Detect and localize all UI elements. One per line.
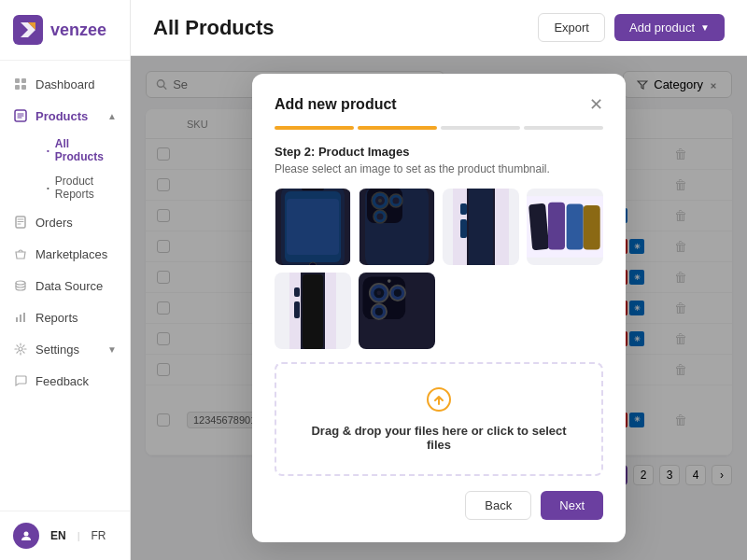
sidebar-item-settings[interactable]: Settings ▼ bbox=[0, 333, 130, 365]
progress-segment-4 bbox=[524, 126, 603, 130]
svg-rect-46 bbox=[303, 274, 323, 349]
modal-footer: Back Next bbox=[275, 491, 603, 520]
sidebar-item-feedback-label: Feedback bbox=[35, 374, 89, 388]
products-chevron-icon: ▲ bbox=[107, 111, 117, 121]
data-source-icon bbox=[13, 278, 28, 293]
file-drop-zone[interactable]: Drag & drop your files here or click to … bbox=[275, 362, 603, 476]
add-product-modal: Add new product ✕ Step 2: Product Images… bbox=[252, 74, 626, 542]
sidebar-item-product-reports[interactable]: Product Reports bbox=[34, 169, 130, 206]
sidebar: venzee Dashboard Products ▲ All Products… bbox=[0, 0, 131, 560]
avatar bbox=[13, 523, 39, 549]
sidebar-item-feedback[interactable]: Feedback bbox=[0, 365, 130, 397]
products-icon bbox=[13, 108, 28, 123]
modal-header: Add new product ✕ bbox=[275, 96, 603, 113]
svg-rect-36 bbox=[469, 189, 493, 265]
svg-point-33 bbox=[377, 214, 384, 220]
product-reports-label: Product Reports bbox=[55, 175, 117, 201]
sidebar-nav: Dashboard Products ▲ All Products Produc… bbox=[0, 61, 130, 511]
svg-point-53 bbox=[377, 291, 382, 296]
progress-segment-2 bbox=[358, 126, 437, 130]
lang-fr-button[interactable]: FR bbox=[88, 527, 110, 544]
products-subnav: All Products Product Reports bbox=[0, 132, 130, 206]
sidebar-item-orders-label: Orders bbox=[35, 216, 73, 230]
sidebar-item-reports-label: Reports bbox=[35, 311, 78, 325]
progress-bar bbox=[275, 126, 603, 130]
svg-point-58 bbox=[388, 279, 391, 283]
phone-side-svg bbox=[453, 189, 509, 265]
sidebar-bottom: EN | FR bbox=[0, 511, 130, 560]
marketplaces-icon bbox=[13, 246, 28, 261]
header-actions: Export Add product ▼ bbox=[538, 13, 725, 42]
sidebar-item-dashboard[interactable]: Dashboard bbox=[0, 68, 130, 100]
svg-rect-11 bbox=[20, 315, 21, 322]
dropzone-text: Drag & drop your files here or click to … bbox=[311, 424, 566, 452]
next-button[interactable]: Next bbox=[541, 491, 603, 520]
modal-title: Add new product bbox=[275, 96, 397, 113]
svg-rect-37 bbox=[460, 203, 467, 215]
sidebar-item-products[interactable]: Products ▲ bbox=[0, 100, 130, 132]
modal-close-button[interactable]: ✕ bbox=[589, 96, 603, 113]
svg-point-31 bbox=[393, 198, 400, 204]
reports-icon bbox=[13, 310, 28, 325]
settings-chevron-icon: ▼ bbox=[107, 344, 117, 355]
svg-point-9 bbox=[16, 281, 25, 285]
svg-point-29 bbox=[378, 199, 382, 203]
phone-colors-svg bbox=[527, 189, 603, 264]
lang-en-button[interactable]: EN bbox=[47, 527, 70, 544]
svg-rect-42 bbox=[567, 203, 584, 249]
lang-divider: | bbox=[78, 530, 80, 541]
sidebar-item-orders[interactable]: Orders bbox=[0, 206, 130, 238]
sidebar-item-data-source[interactable]: Data Source bbox=[0, 270, 130, 301]
product-image-6[interactable] bbox=[359, 273, 435, 349]
modal-overlay: Add new product ✕ Step 2: Product Images… bbox=[131, 56, 747, 560]
svg-rect-48 bbox=[294, 301, 300, 318]
venzee-logo-icon bbox=[13, 15, 43, 45]
upload-icon bbox=[299, 386, 579, 418]
sidebar-item-all-products[interactable]: All Products bbox=[34, 132, 130, 169]
sidebar-item-settings-label: Settings bbox=[35, 343, 79, 357]
sidebar-item-dashboard-label: Dashboard bbox=[35, 77, 95, 91]
export-button[interactable]: Export bbox=[538, 13, 605, 42]
back-button[interactable]: Back bbox=[465, 491, 531, 520]
sidebar-item-marketplaces[interactable]: Marketplaces bbox=[0, 238, 130, 270]
svg-rect-5 bbox=[15, 85, 20, 90]
svg-rect-21 bbox=[302, 189, 324, 190]
svg-point-13 bbox=[19, 347, 22, 351]
add-product-button[interactable]: Add product ▼ bbox=[614, 14, 725, 41]
svg-point-55 bbox=[394, 289, 402, 297]
sidebar-item-products-label: Products bbox=[35, 109, 88, 123]
svg-rect-47 bbox=[294, 287, 300, 297]
svg-rect-10 bbox=[16, 317, 18, 322]
all-products-label: All Products bbox=[55, 137, 117, 163]
step-label: Step 2: Product Images bbox=[275, 145, 603, 159]
product-image-3[interactable] bbox=[443, 189, 519, 265]
logo: venzee bbox=[0, 0, 130, 61]
svg-rect-12 bbox=[23, 313, 25, 322]
orders-icon bbox=[13, 215, 28, 230]
product-image-5[interactable] bbox=[275, 273, 351, 349]
add-product-chevron-icon: ▼ bbox=[700, 22, 710, 33]
svg-rect-3 bbox=[15, 78, 20, 83]
svg-rect-38 bbox=[460, 219, 467, 238]
feedback-icon bbox=[13, 373, 28, 388]
main-content: All Products Export Add product ▼ Catego… bbox=[131, 0, 747, 560]
product-image-4[interactable] bbox=[527, 189, 603, 265]
sidebar-item-reports[interactable]: Reports bbox=[0, 301, 130, 333]
logo-text: venzee bbox=[50, 21, 106, 40]
table-area: Category SKU Product Name Category ▲▼ Ma… bbox=[131, 56, 747, 560]
svg-rect-43 bbox=[584, 205, 600, 250]
phone-back-camera-svg bbox=[359, 189, 434, 265]
product-image-1[interactable] bbox=[275, 189, 351, 265]
phone-front-svg bbox=[275, 189, 350, 265]
sidebar-item-data-source-label: Data Source bbox=[35, 279, 103, 293]
svg-point-14 bbox=[24, 532, 29, 537]
page-title: All Products bbox=[153, 16, 275, 40]
product-image-2[interactable] bbox=[359, 189, 435, 265]
settings-icon bbox=[13, 342, 28, 357]
phone-slim-svg bbox=[289, 273, 336, 349]
product-image-grid bbox=[275, 189, 603, 349]
sidebar-item-marketplaces-label: Marketplaces bbox=[35, 247, 107, 261]
svg-point-57 bbox=[375, 308, 383, 315]
svg-rect-6 bbox=[21, 85, 26, 90]
svg-rect-22 bbox=[287, 199, 339, 255]
